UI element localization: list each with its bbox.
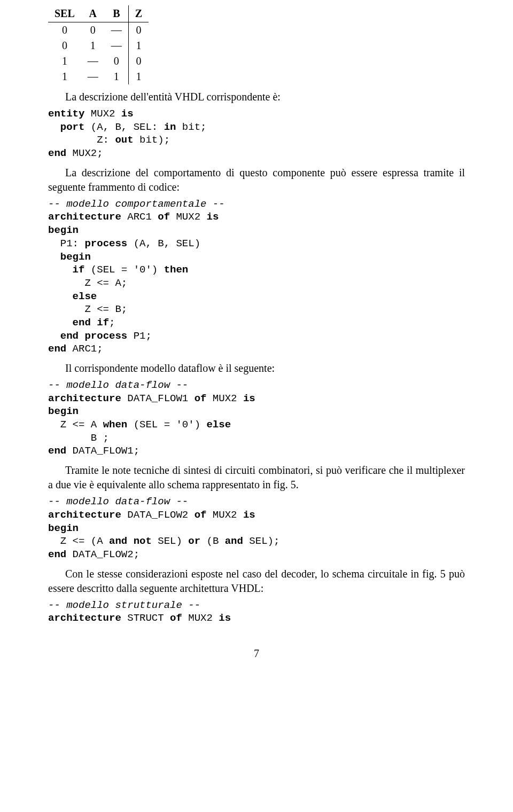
cell: 1 <box>128 69 149 84</box>
kw: is <box>206 211 219 223</box>
kw: process <box>84 238 127 249</box>
txt: MUX2 <box>84 108 121 120</box>
comment: -- modello data-flow -- <box>48 379 188 391</box>
txt: bit; <box>176 121 206 133</box>
cell: 0 <box>48 22 81 38</box>
txt <box>91 317 97 329</box>
kw: else <box>206 419 231 431</box>
kw: then <box>164 264 189 276</box>
kw: if <box>48 264 84 276</box>
kw: entity <box>48 108 84 120</box>
cell: 0 <box>128 53 149 69</box>
txt: MUX2 <box>206 509 243 521</box>
paragraph-2: La descrizione del comportamento di ques… <box>48 166 465 194</box>
kw: if <box>97 317 109 329</box>
comment: -- modello data-flow -- <box>48 496 188 508</box>
kw: in <box>164 121 176 133</box>
txt: MUX2 <box>182 612 219 624</box>
kw: of <box>158 211 170 223</box>
code-block-1: entity MUX2 is port (A, B, SEL: in bit; … <box>48 107 465 160</box>
kw: architecture <box>48 393 121 404</box>
txt: MUX2 <box>206 393 243 404</box>
cell: 0 <box>48 38 81 53</box>
txt: P1; <box>127 330 152 342</box>
code-block-2: -- modello comportamentale -- architectu… <box>48 198 465 356</box>
cell: 0 <box>81 22 105 38</box>
txt: Z <= B; <box>48 303 127 315</box>
txt: P1: <box>48 238 84 249</box>
cell: — <box>105 22 129 38</box>
txt: (B <box>200 535 225 547</box>
cell: — <box>81 69 105 84</box>
txt: DATA_FLOW2; <box>66 549 139 560</box>
txt: (A, B, SEL) <box>127 238 200 249</box>
kw: begin <box>48 251 91 263</box>
kw: end <box>48 445 66 457</box>
txt: ; <box>109 317 115 329</box>
paragraph-3: Il corrispondente modello dataflow è il … <box>48 361 465 376</box>
txt: DATA_FLOW1; <box>66 445 139 457</box>
page-content: SEL A B Z 0 0 — 0 0 1 — 1 1 — 0 0 1 — 1 … <box>0 0 513 682</box>
kw: and <box>225 535 243 547</box>
txt: SEL) <box>152 535 188 547</box>
cell: 1 <box>128 38 149 53</box>
kw: of <box>170 612 182 624</box>
txt <box>127 535 133 547</box>
txt <box>79 330 84 342</box>
txt: (SEL = '0') <box>84 264 164 276</box>
txt: ARC1; <box>66 343 103 355</box>
txt: DATA_FLOW2 <box>121 509 195 521</box>
kw: when <box>103 419 128 431</box>
paragraph-4: Tramite le note tecniche di sintesi di c… <box>48 463 465 492</box>
kw: architecture <box>48 612 121 624</box>
th-z: Z <box>128 5 149 22</box>
kw: architecture <box>48 509 121 521</box>
code-block-4: -- modello data-flow -- architecture DAT… <box>48 495 465 561</box>
txt: STRUCT <box>121 612 170 624</box>
kw: or <box>188 535 200 547</box>
kw: process <box>84 330 127 342</box>
kw: of <box>195 509 207 521</box>
txt: MUX2 <box>170 211 206 223</box>
kw: end <box>48 343 66 355</box>
txt: Z <= A; <box>48 277 127 289</box>
cell: — <box>105 38 129 53</box>
kw: is <box>219 612 231 624</box>
kw: end <box>48 317 91 329</box>
kw: begin <box>48 522 79 534</box>
kw: and <box>109 535 127 547</box>
comment: -- modello strutturale -- <box>48 599 200 611</box>
txt: SEL); <box>243 535 279 547</box>
txt: ARC1 <box>121 211 158 223</box>
txt: Z <= (A <box>48 535 109 547</box>
th-a: A <box>81 5 105 22</box>
kw: not <box>134 535 152 547</box>
paragraph-1: La descrizione dell'entità VHDL corrispo… <box>48 90 465 104</box>
kw: end <box>48 549 66 560</box>
kw: end <box>48 147 66 159</box>
code-block-3: -- modello data-flow -- architecture DAT… <box>48 379 465 458</box>
txt: (SEL = '0') <box>127 419 206 431</box>
txt: B ; <box>48 432 109 444</box>
kw: begin <box>48 224 79 236</box>
kw: architecture <box>48 211 121 223</box>
th-sel: SEL <box>48 5 81 22</box>
truth-table: SEL A B Z 0 0 — 0 0 1 — 1 1 — 0 0 1 — 1 … <box>48 5 149 84</box>
page-number: 7 <box>48 646 465 661</box>
txt: bit); <box>134 134 170 146</box>
comment: -- modello comportamentale -- <box>48 198 225 210</box>
txt: (A, B, SEL: <box>84 121 164 133</box>
cell: 1 <box>48 53 81 69</box>
code-block-5: -- modello strutturale -- architecture S… <box>48 599 465 625</box>
cell: 1 <box>81 38 105 53</box>
paragraph-5: Con le stesse considerazioni esposte nel… <box>48 567 465 596</box>
txt: DATA_FLOW1 <box>121 393 195 404</box>
cell: 0 <box>105 53 129 69</box>
txt: Z <= A <box>48 419 103 431</box>
cell: 0 <box>128 22 149 38</box>
kw: else <box>48 291 97 302</box>
kw: out <box>115 134 133 146</box>
cell: 1 <box>105 69 129 84</box>
kw: end <box>48 330 79 342</box>
th-b: B <box>105 5 129 22</box>
